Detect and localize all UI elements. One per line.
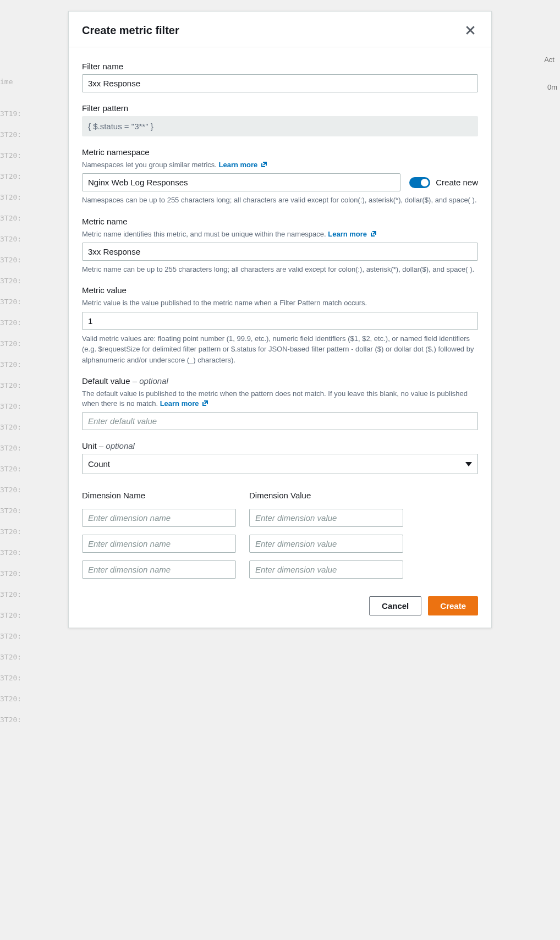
bg-log-row: 3T20: — [0, 626, 560, 647]
metric-value-input[interactable] — [82, 312, 478, 330]
bg-log-row: 3T20: — [0, 710, 560, 730]
create-metric-filter-modal: Create metric filter Filter name Filter … — [68, 11, 492, 628]
default-value-label: Default value – optional — [82, 375, 478, 387]
metric-name-learn-more-link[interactable]: Learn more — [328, 230, 376, 238]
dimension-value-column: Dimension Value — [249, 490, 403, 586]
modal-title: Create metric filter — [82, 23, 179, 38]
dimension-name-input[interactable] — [82, 560, 236, 579]
unit-select-value: Count — [88, 458, 110, 470]
unit-field: Unit – optional Count — [82, 440, 478, 474]
metric-namespace-field: Metric namespace Namespaces let you grou… — [82, 146, 478, 206]
bg-header-0m: 0m — [547, 77, 557, 98]
create-new-toggle[interactable] — [409, 177, 430, 188]
dimension-value-input[interactable] — [249, 535, 403, 553]
metric-namespace-hint-below: Namespaces can be up to 255 characters l… — [82, 195, 478, 206]
create-new-toggle-wrap: Create new — [409, 177, 478, 188]
create-new-toggle-label: Create new — [436, 177, 478, 188]
modal-header: Create metric filter — [69, 12, 491, 47]
namespace-learn-more-link[interactable]: Learn more — [219, 161, 267, 169]
filter-pattern-value: { $.status = "3**" } — [82, 116, 478, 136]
close-button[interactable] — [463, 23, 478, 38]
filter-name-label: Filter name — [82, 61, 478, 72]
bg-log-row: 3T20: — [0, 668, 560, 689]
metric-namespace-hint: Namespaces let you group similar metrics… — [82, 160, 478, 170]
metric-name-hint: Metric name identifies this metric, and … — [82, 229, 478, 239]
chevron-down-icon — [465, 462, 472, 466]
default-value-field: Default value – optional The default val… — [82, 375, 478, 430]
dimension-name-header: Dimension Name — [82, 490, 236, 501]
dimensions-section: Dimension Name Dimension Value — [82, 490, 478, 586]
dimension-value-input[interactable] — [249, 509, 403, 527]
metric-name-label: Metric name — [82, 216, 478, 227]
filter-name-field: Filter name — [82, 61, 478, 92]
bg-log-row: 3T20: — [0, 647, 560, 668]
metric-value-label: Metric value — [82, 284, 478, 296]
default-value-input[interactable] — [82, 412, 478, 430]
metric-name-hint-below: Metric name can be up to 255 characters … — [82, 264, 478, 275]
default-value-hint: The default value is published to the me… — [82, 389, 478, 409]
close-icon — [465, 25, 475, 35]
metric-namespace-input[interactable] — [82, 173, 400, 191]
filter-name-input[interactable] — [82, 74, 478, 92]
bg-header-actions: Act — [544, 50, 554, 70]
filter-pattern-label: Filter pattern — [82, 102, 478, 114]
create-button[interactable]: Create — [428, 596, 478, 615]
modal-body: Filter name Filter pattern { $.status = … — [69, 47, 491, 586]
metric-name-field: Metric name Metric name identifies this … — [82, 216, 478, 275]
metric-value-field: Metric value Metric value is the value p… — [82, 284, 478, 365]
external-link-icon — [370, 230, 377, 237]
filter-pattern-field: Filter pattern { $.status = "3**" } — [82, 102, 478, 136]
bg-log-row: 3T20: — [0, 689, 560, 710]
default-value-learn-more-link[interactable]: Learn more — [160, 399, 208, 408]
unit-select[interactable]: Count — [82, 454, 478, 474]
external-link-icon — [202, 400, 208, 406]
dimension-name-input[interactable] — [82, 509, 236, 527]
unit-label: Unit – optional — [82, 440, 478, 452]
cancel-button[interactable]: Cancel — [369, 596, 421, 615]
metric-value-hint-below: Valid metric values are: floating point … — [82, 333, 478, 366]
metric-namespace-label: Metric namespace — [82, 146, 478, 158]
external-link-icon — [261, 161, 267, 168]
dimension-name-input[interactable] — [82, 535, 236, 553]
metric-name-input[interactable] — [82, 243, 478, 261]
dimension-value-header: Dimension Value — [249, 490, 403, 501]
dimension-value-input[interactable] — [249, 560, 403, 579]
dimension-name-column: Dimension Name — [82, 490, 236, 586]
modal-footer: Cancel Create — [69, 586, 491, 628]
metric-value-hint: Metric value is the value published to t… — [82, 298, 478, 308]
